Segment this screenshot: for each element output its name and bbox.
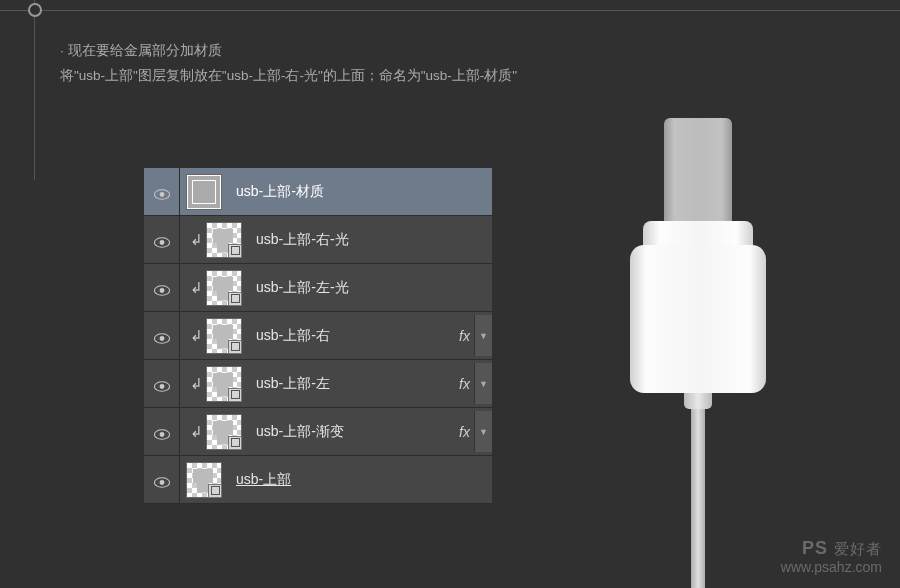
- layer-thumbnail[interactable]: [206, 318, 242, 354]
- usb-neck: [684, 393, 712, 409]
- layer-row[interactable]: usb-上部: [144, 456, 492, 504]
- layer-content: ↲usb-上部-渐变fx▼: [180, 408, 492, 455]
- watermark-url: www.psahz.com: [781, 559, 882, 575]
- eye-icon: [153, 186, 171, 197]
- visibility-toggle[interactable]: [144, 264, 180, 311]
- usb-illustration: [618, 118, 778, 588]
- layer-row[interactable]: usb-上部-材质: [144, 168, 492, 216]
- fx-dropdown-icon[interactable]: ▼: [474, 411, 492, 452]
- vector-badge-icon: [228, 436, 242, 450]
- clip-arrow-icon: ↲: [190, 279, 202, 297]
- svg-point-11: [159, 432, 164, 437]
- layer-thumbnail[interactable]: [206, 366, 242, 402]
- eye-icon: [153, 474, 171, 485]
- layer-row[interactable]: ↲usb-上部-左fx▼: [144, 360, 492, 408]
- layer-content: ↲usb-上部-左-光: [180, 264, 492, 311]
- watermark-logo: PS: [802, 538, 828, 558]
- layer-name-label[interactable]: usb-上部-渐变: [256, 423, 459, 441]
- layer-content: ↲usb-上部-右-光: [180, 216, 492, 263]
- layer-thumbnail[interactable]: [206, 222, 242, 258]
- clip-arrow-icon: ↲: [190, 375, 202, 393]
- layer-name-label[interactable]: usb-上部-左: [256, 375, 459, 393]
- layer-row[interactable]: ↲usb-上部-左-光: [144, 264, 492, 312]
- layer-name-label[interactable]: usb-上部-右-光: [256, 231, 492, 249]
- fx-indicator[interactable]: fx: [459, 376, 470, 392]
- clip-arrow-icon: ↲: [190, 423, 202, 441]
- layer-row[interactable]: ↲usb-上部-渐变fx▼: [144, 408, 492, 456]
- svg-point-7: [159, 336, 164, 341]
- fx-dropdown-icon[interactable]: ▼: [474, 363, 492, 404]
- instruction-line-2: 将"usb-上部"图层复制放在"usb-上部-右-光"的上面；命名为"usb-上…: [60, 65, 517, 87]
- instructions: · 现在要给金属部分加材质 将"usb-上部"图层复制放在"usb-上部-右-光…: [60, 40, 517, 87]
- visibility-toggle[interactable]: [144, 360, 180, 407]
- layer-content: ↲usb-上部-左fx▼: [180, 360, 492, 407]
- clip-arrow-icon: ↲: [190, 327, 202, 345]
- usb-body: [630, 245, 766, 393]
- svg-point-1: [159, 192, 164, 197]
- layer-thumbnail[interactable]: [206, 414, 242, 450]
- layer-content: usb-上部-材质: [180, 168, 492, 215]
- visibility-toggle[interactable]: [144, 216, 180, 263]
- layer-content: ↲usb-上部-右fx▼: [180, 312, 492, 359]
- layer-name-label[interactable]: usb-上部-右: [256, 327, 459, 345]
- usb-tip: [664, 118, 732, 224]
- layer-thumbnail[interactable]: [186, 462, 222, 498]
- vector-badge-icon: [228, 340, 242, 354]
- eye-icon: [153, 282, 171, 293]
- vector-badge-icon: [228, 244, 242, 258]
- svg-point-5: [159, 288, 164, 293]
- layers-panel: usb-上部-材质↲usb-上部-右-光↲usb-上部-左-光↲usb-上部-右…: [144, 168, 492, 504]
- layer-row[interactable]: ↲usb-上部-右fx▼: [144, 312, 492, 360]
- layer-thumbnail[interactable]: [186, 174, 222, 210]
- watermark-brand: 爱好者: [834, 540, 882, 557]
- usb-cable: [691, 409, 705, 588]
- eye-icon: [153, 234, 171, 245]
- visibility-toggle[interactable]: [144, 168, 180, 215]
- eye-icon: [153, 378, 171, 389]
- visibility-toggle[interactable]: [144, 456, 180, 503]
- visibility-toggle[interactable]: [144, 312, 180, 359]
- section-bullet: [28, 3, 42, 17]
- usb-collar: [643, 221, 753, 245]
- clip-arrow-icon: ↲: [190, 231, 202, 249]
- layer-content: usb-上部: [180, 456, 492, 503]
- svg-point-13: [159, 480, 164, 485]
- fx-indicator[interactable]: fx: [459, 424, 470, 440]
- fx-indicator[interactable]: fx: [459, 328, 470, 344]
- layer-name-label[interactable]: usb-上部: [236, 471, 492, 489]
- svg-point-3: [159, 240, 164, 245]
- layer-name-label[interactable]: usb-上部-材质: [236, 183, 492, 201]
- fx-dropdown-icon[interactable]: ▼: [474, 315, 492, 356]
- svg-point-9: [159, 384, 164, 389]
- eye-icon: [153, 426, 171, 437]
- layer-name-label[interactable]: usb-上部-左-光: [256, 279, 492, 297]
- layer-row[interactable]: ↲usb-上部-右-光: [144, 216, 492, 264]
- vector-badge-icon: [208, 484, 222, 498]
- watermark: PS 爱好者 www.psahz.com: [781, 539, 882, 576]
- vector-badge-icon: [228, 388, 242, 402]
- vector-badge-icon: [228, 292, 242, 306]
- instruction-line-1: · 现在要给金属部分加材质: [60, 40, 517, 62]
- layer-thumbnail[interactable]: [206, 270, 242, 306]
- eye-icon: [153, 330, 171, 341]
- visibility-toggle[interactable]: [144, 408, 180, 455]
